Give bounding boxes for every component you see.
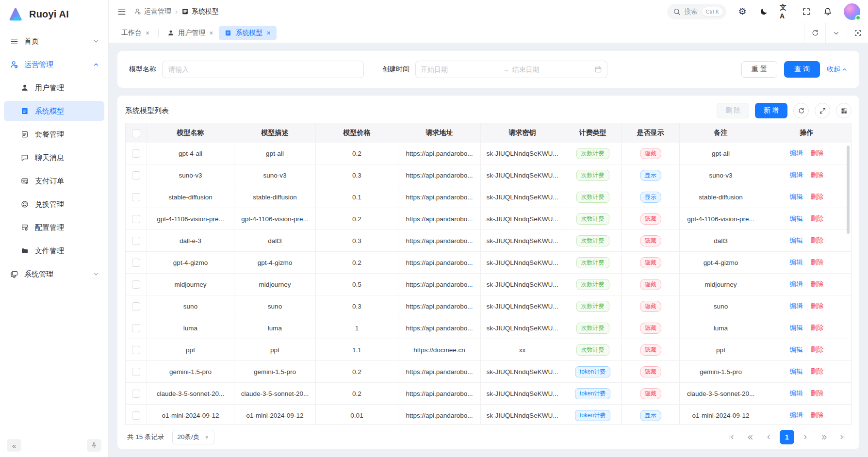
menu-toggle-icon[interactable]: [116, 6, 127, 17]
table-row: gpt-4-1106-vision-pre...gpt-4-1106-visio…: [126, 208, 851, 230]
close-icon[interactable]: ×: [209, 30, 213, 36]
sidebar-item-package-management[interactable]: 套餐管理: [4, 124, 104, 145]
tab-system-models[interactable]: 系统模型 ×: [219, 26, 276, 40]
chevron-down-icon[interactable]: [825, 23, 847, 43]
row-checkbox[interactable]: [132, 215, 140, 223]
model-name-input[interactable]: [162, 61, 364, 78]
sidebar-item-system-management[interactable]: 系统管理: [4, 264, 104, 284]
collapse-filters-link[interactable]: 收起: [827, 65, 848, 74]
vertical-scrollbar[interactable]: [847, 146, 850, 234]
close-icon[interactable]: ×: [266, 30, 270, 36]
delete-link[interactable]: 删除: [811, 280, 824, 289]
remark-cell: luma: [680, 317, 762, 339]
table-refresh-icon[interactable]: [793, 103, 809, 118]
table-fullscreen-icon[interactable]: [815, 103, 830, 118]
sidebar-item-payment-orders[interactable]: 支付订单: [4, 171, 104, 191]
row-checkbox[interactable]: [132, 324, 140, 332]
edit-link[interactable]: 编辑: [790, 345, 803, 354]
row-checkbox[interactable]: [132, 411, 140, 420]
global-search[interactable]: 搜索 Ctrl K: [667, 4, 727, 19]
sidebar-collapse-button[interactable]: «: [7, 439, 21, 452]
select-all-checkbox[interactable]: [132, 129, 140, 137]
edit-link[interactable]: 编辑: [790, 280, 803, 289]
close-icon[interactable]: ×: [146, 30, 149, 36]
pagination-jump-back[interactable]: [743, 430, 757, 444]
delete-link[interactable]: 删除: [811, 302, 824, 310]
user-avatar[interactable]: [844, 3, 860, 20]
row-checkbox[interactable]: [132, 368, 140, 376]
data-table: 模型名称 模型描述 模型价格 请求地址 请求密钥 计费类型 是否显示 备注 操作…: [125, 123, 852, 425]
row-checkbox[interactable]: [132, 237, 140, 245]
sidebar-item-label: 系统模型: [35, 107, 99, 116]
sidebar-item-system-models[interactable]: 系统模型: [4, 101, 104, 121]
sidebar-item-user-management[interactable]: 用户管理: [4, 78, 104, 98]
sidebar-item-home[interactable]: 首页: [4, 31, 104, 51]
edit-link[interactable]: 编辑: [790, 367, 803, 376]
edit-link[interactable]: 编辑: [790, 193, 803, 201]
row-checkbox[interactable]: [132, 149, 140, 158]
edit-link[interactable]: 编辑: [790, 149, 803, 158]
delete-link[interactable]: 删除: [811, 171, 824, 180]
query-button[interactable]: 查询: [784, 61, 820, 78]
edit-link[interactable]: 编辑: [790, 411, 803, 420]
refresh-icon[interactable]: [804, 23, 825, 43]
tab-user-management[interactable]: 用户管理 ×: [162, 26, 219, 40]
edit-link[interactable]: 编辑: [790, 258, 803, 267]
edit-link[interactable]: 编辑: [790, 324, 803, 332]
fullscreen-icon[interactable]: [801, 6, 812, 17]
row-checkbox[interactable]: [132, 193, 140, 201]
tab-workbench[interactable]: 工作台 ×: [115, 26, 155, 40]
start-date-input[interactable]: [421, 65, 500, 73]
edit-link[interactable]: 编辑: [790, 389, 803, 398]
settings-gear-icon[interactable]: ⚙: [737, 6, 748, 17]
edit-link[interactable]: 编辑: [790, 214, 803, 223]
notifications-bell-icon[interactable]: [822, 6, 833, 17]
pagination-prev[interactable]: [761, 430, 776, 444]
request-key-cell: sk-JIUQLNndqSeKWU...: [481, 405, 564, 425]
delete-link[interactable]: 删除: [811, 324, 824, 332]
sidebar-item-config-management[interactable]: 配置管理: [4, 217, 104, 238]
dark-mode-moon-icon[interactable]: [758, 6, 769, 17]
pagination-next[interactable]: [798, 430, 813, 444]
row-checkbox[interactable]: [132, 259, 140, 267]
add-button[interactable]: 新增: [755, 103, 787, 118]
delete-link[interactable]: 删除: [811, 367, 824, 376]
edit-link[interactable]: 编辑: [790, 171, 803, 180]
pagination-jump-forward[interactable]: [817, 430, 831, 444]
pagination-first[interactable]: [724, 430, 739, 444]
pin-icon[interactable]: [87, 439, 101, 452]
end-date-input[interactable]: [512, 65, 592, 73]
row-checkbox[interactable]: [132, 280, 140, 289]
sidebar-item-file-management[interactable]: 文件管理: [4, 241, 104, 261]
breadcrumb-item-operations[interactable]: 运营管理: [134, 7, 171, 16]
delete-link[interactable]: 删除: [811, 149, 824, 158]
column-settings-icon[interactable]: [836, 103, 852, 118]
model-price-cell: 0.5: [316, 274, 398, 295]
edit-link[interactable]: 编辑: [790, 236, 803, 245]
row-checkbox[interactable]: [132, 302, 140, 310]
visibility-cell: 隐藏: [622, 252, 680, 273]
sidebar-item-chat-messages[interactable]: 聊天消息: [4, 147, 104, 168]
delete-button[interactable]: 删除: [717, 103, 749, 118]
delete-link[interactable]: 删除: [811, 236, 824, 245]
row-checkbox[interactable]: [132, 390, 140, 398]
delete-link[interactable]: 删除: [811, 389, 824, 398]
content-fullscreen-icon[interactable]: [847, 23, 868, 43]
delete-link[interactable]: 删除: [811, 411, 824, 420]
sidebar-item-operations[interactable]: 运营管理: [4, 54, 104, 75]
pagination-last[interactable]: [835, 430, 850, 444]
date-range-picker[interactable]: →: [415, 61, 607, 78]
delete-link[interactable]: 删除: [811, 193, 824, 201]
language-translate-icon[interactable]: 文A: [780, 6, 790, 17]
edit-link[interactable]: 编辑: [790, 302, 803, 310]
pagination-page-1[interactable]: 1: [780, 430, 794, 444]
breadcrumb-item-system-models[interactable]: 系统模型: [181, 7, 219, 16]
sidebar-item-redeem-management[interactable]: 兑换管理: [4, 194, 104, 214]
page-size-select[interactable]: 20条/页 ▼: [172, 430, 215, 444]
delete-link[interactable]: 删除: [811, 345, 824, 354]
reset-button[interactable]: 重置: [741, 61, 777, 78]
row-checkbox[interactable]: [132, 346, 140, 354]
delete-link[interactable]: 删除: [811, 258, 824, 267]
row-checkbox[interactable]: [132, 171, 140, 180]
delete-link[interactable]: 删除: [811, 214, 824, 223]
